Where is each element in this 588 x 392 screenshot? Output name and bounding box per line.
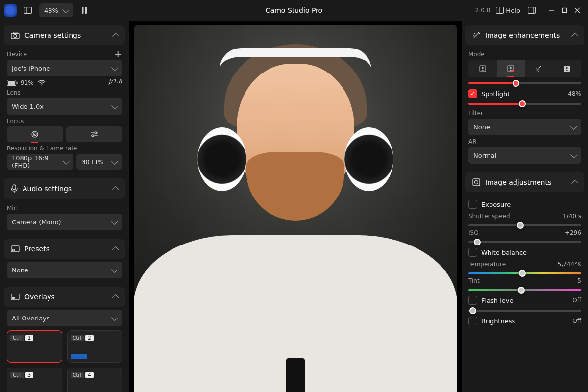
tint-slider[interactable] [468, 289, 581, 291]
preset-select[interactable]: None [7, 262, 122, 278]
svg-point-39 [475, 181, 478, 184]
overlays-header[interactable]: Overlays [4, 287, 125, 307]
focus-label: Focus [7, 118, 122, 124]
presets-header[interactable]: Presets [4, 239, 125, 259]
focus-manual-button[interactable] [66, 126, 122, 142]
shutter-label: Shutter speed [468, 213, 510, 220]
battery-percent: 91% [21, 79, 34, 86]
chevron-down-icon [111, 102, 118, 109]
overlay-card[interactable]: Ctrl1 [7, 330, 62, 363]
overlay-card[interactable]: Ctrl3 [7, 368, 62, 392]
camera-settings-header[interactable]: Camera settings [4, 25, 125, 45]
filter-label: Filter [468, 110, 581, 117]
add-device-button[interactable]: + [114, 48, 122, 60]
overlays-filter-select[interactable]: All Overlays [7, 310, 122, 326]
resolution-select[interactable]: 1080p 16:9 (FHD) [7, 154, 74, 170]
svg-rect-29 [11, 294, 19, 300]
svg-rect-35 [512, 70, 514, 72]
iso-value: +296 [565, 229, 581, 236]
help-button[interactable]: Help [496, 7, 520, 14]
portrait-icon [479, 65, 486, 72]
svg-point-37 [566, 67, 568, 69]
flash-checkbox[interactable] [468, 296, 477, 305]
adjustments-header[interactable]: Image adjustments [466, 172, 584, 192]
version-label: 2.0.0 [475, 7, 490, 14]
chevron-up-icon [571, 32, 578, 39]
shutter-slider[interactable] [468, 224, 581, 226]
svg-rect-28 [12, 249, 15, 251]
flash-value: Off [572, 297, 581, 304]
chevron-down-icon [62, 6, 69, 13]
aperture-value: ƒ/1.8 [109, 78, 122, 85]
focus-auto-button[interactable] [7, 126, 63, 142]
mode-option-1[interactable] [468, 60, 497, 77]
exposure-checkbox[interactable] [468, 200, 477, 209]
mic-value: Camera (Mono) [12, 219, 61, 226]
spotlight-slider[interactable] [468, 103, 581, 105]
mic-select[interactable]: Camera (Mono) [7, 214, 122, 230]
section-title: Overlays [24, 293, 108, 301]
pause-button[interactable] [77, 3, 92, 18]
minimize-button[interactable] [549, 7, 555, 13]
app-icon [4, 4, 17, 17]
window-title: Camo Studio Pro [266, 6, 322, 14]
mode-label: Mode [468, 51, 581, 58]
close-button[interactable] [574, 7, 580, 13]
mode-option-3[interactable] [525, 60, 553, 77]
sparkle-icon [535, 65, 543, 72]
lens-select[interactable]: Wide 1.0x [7, 98, 122, 115]
wb-label: White balance [481, 249, 581, 256]
zoom-select[interactable]: 48% [39, 3, 73, 17]
shutter-value: 1/40 s [563, 213, 581, 220]
flash-slider[interactable] [468, 310, 581, 312]
microphone-icon [11, 184, 18, 193]
svg-point-25 [92, 135, 94, 137]
iso-slider[interactable] [468, 241, 581, 243]
fps-select[interactable]: 30 FPS [76, 154, 122, 170]
temperature-slider[interactable] [468, 272, 581, 274]
toggle-left-panel-button[interactable] [21, 3, 35, 18]
svg-rect-9 [563, 8, 567, 13]
enhancements-header[interactable]: Image enhancements [466, 25, 584, 45]
portrait-blur-icon [507, 65, 514, 72]
device-select[interactable]: Joe's iPhone [7, 60, 122, 76]
section-title: Audio settings [23, 185, 108, 193]
filter-select[interactable]: None [468, 119, 581, 135]
chevron-up-icon [112, 186, 119, 193]
mode-option-2[interactable] [497, 60, 525, 77]
svg-point-34 [510, 67, 512, 69]
spotlight-checkbox[interactable] [468, 89, 477, 98]
svg-point-13 [14, 34, 17, 37]
spotlight-label: Spotlight [481, 90, 564, 98]
wb-checkbox[interactable] [468, 248, 477, 257]
mode-slider[interactable] [468, 82, 581, 84]
mic-label: Mic [7, 205, 122, 212]
maximize-button[interactable] [562, 7, 567, 13]
toggle-right-panel-button[interactable] [524, 3, 539, 18]
chevron-up-icon [112, 294, 119, 301]
mode-option-4[interactable] [553, 60, 582, 77]
ar-value: Normal [473, 152, 496, 159]
svg-rect-16 [8, 81, 15, 85]
right-sidebar: Image enhancements Mode Spotlight 48% Fi… [462, 21, 588, 392]
overlay-card[interactable]: Ctrl2 [67, 330, 122, 363]
audio-settings-header[interactable]: Audio settings [4, 178, 125, 199]
svg-rect-3 [85, 7, 87, 14]
tint-label: Tint [468, 277, 480, 284]
chevron-down-icon [111, 218, 118, 224]
presets-icon [11, 245, 20, 252]
ar-select[interactable]: Normal [468, 147, 581, 164]
ar-label: AR [468, 138, 581, 145]
overlays-icon [11, 294, 20, 300]
spotlight-value: 48% [568, 90, 581, 97]
left-sidebar: Camera settings Device + Joe's iPhone 91… [0, 21, 129, 392]
sliders-icon [90, 131, 98, 138]
exposure-label: Exposure [481, 201, 581, 208]
brightness-checkbox[interactable] [468, 317, 477, 325]
device-value: Joe's iPhone [12, 65, 50, 72]
adjustments-icon [472, 178, 480, 186]
fps-value: 30 FPS [81, 158, 103, 166]
temp-value: 5,744°K [558, 261, 581, 268]
section-title: Image enhancements [485, 31, 567, 39]
overlay-card[interactable]: Ctrl4 [67, 368, 122, 392]
